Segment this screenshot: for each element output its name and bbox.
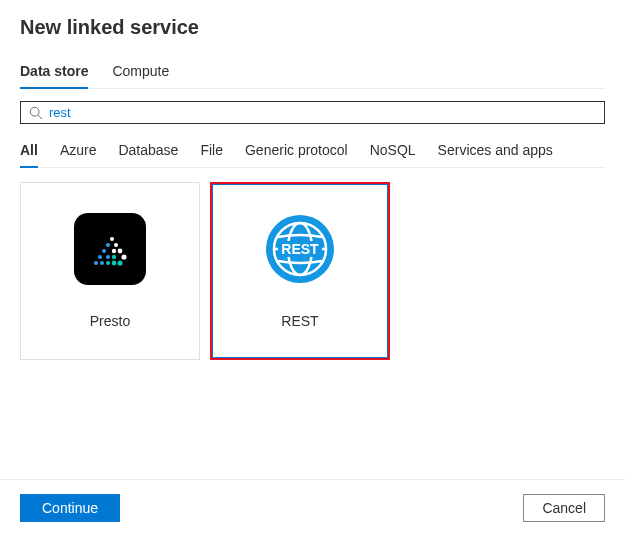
cancel-button[interactable]: Cancel <box>523 494 605 522</box>
connector-tiles: Presto REST REST <box>20 182 605 360</box>
filter-file[interactable]: File <box>200 138 223 168</box>
filter-azure[interactable]: Azure <box>60 138 97 168</box>
svg-text:REST: REST <box>281 241 319 257</box>
svg-point-16 <box>112 261 117 266</box>
search-input[interactable] <box>49 105 596 120</box>
tile-label: Presto <box>90 313 130 329</box>
search-box[interactable] <box>20 101 605 124</box>
svg-point-11 <box>106 255 110 259</box>
svg-point-8 <box>118 249 123 254</box>
svg-point-6 <box>110 237 114 241</box>
continue-button[interactable]: Continue <box>20 494 120 522</box>
page-title: New linked service <box>20 16 605 39</box>
svg-point-7 <box>114 243 118 247</box>
filter-services-apps[interactable]: Services and apps <box>438 138 553 168</box>
svg-point-4 <box>102 249 106 253</box>
tile-label: REST <box>281 313 318 329</box>
rest-icon: REST <box>264 213 336 285</box>
svg-point-2 <box>94 261 98 265</box>
tile-presto[interactable]: Presto <box>20 182 200 360</box>
category-filters: All Azure Database File Generic protocol… <box>20 138 605 168</box>
filter-nosql[interactable]: NoSQL <box>370 138 416 168</box>
top-tabs: Data store Compute <box>20 57 605 89</box>
footer-actions: Continue Cancel <box>0 479 625 522</box>
filter-generic-protocol[interactable]: Generic protocol <box>245 138 348 168</box>
svg-point-3 <box>98 255 102 259</box>
svg-point-5 <box>106 243 110 247</box>
svg-point-14 <box>112 255 116 259</box>
tile-rest[interactable]: REST REST <box>210 182 390 360</box>
search-icon <box>29 106 43 120</box>
svg-point-0 <box>30 107 39 116</box>
tab-data-store[interactable]: Data store <box>20 57 88 89</box>
svg-point-13 <box>106 261 110 265</box>
svg-point-10 <box>100 261 104 265</box>
svg-point-15 <box>117 260 122 265</box>
svg-point-9 <box>121 254 126 259</box>
filter-database[interactable]: Database <box>118 138 178 168</box>
tab-compute[interactable]: Compute <box>112 57 169 89</box>
filter-all[interactable]: All <box>20 138 38 168</box>
presto-icon <box>74 213 146 285</box>
svg-line-1 <box>38 115 42 119</box>
svg-point-12 <box>112 249 116 253</box>
